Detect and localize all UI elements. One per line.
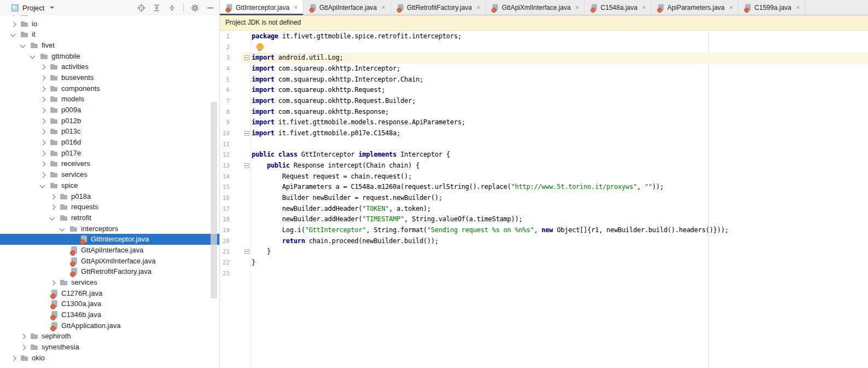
tab-GttInterceptor.java[interactable]: GttInterceptor.java× bbox=[220, 0, 304, 15]
locate-file-button[interactable] bbox=[137, 4, 145, 12]
chevron-right-icon[interactable] bbox=[37, 159, 50, 168]
tree-item-GttApplication.java[interactable]: GttApplication.java bbox=[0, 320, 219, 331]
tree-item-okio[interactable]: okio bbox=[0, 353, 219, 364]
code-line[interactable]: 5import com.squareup.okhttp.Interceptor.… bbox=[220, 74, 868, 85]
code-line[interactable]: 13 public Response intercept(Chain chain… bbox=[220, 160, 868, 171]
chevron-right-icon[interactable] bbox=[46, 278, 60, 287]
settings-gear-button[interactable] bbox=[191, 4, 199, 12]
tab-GttApiXmlInterface.java[interactable]: GttApiXmlInterface.java× bbox=[486, 0, 585, 15]
tree-item-services[interactable]: services bbox=[0, 277, 219, 288]
code-line[interactable]: 17 newBuilder.addHeader("TOKEN", a.token… bbox=[220, 204, 868, 215]
chevron-down-icon[interactable] bbox=[17, 41, 30, 50]
close-icon[interactable]: × bbox=[575, 4, 579, 11]
hide-panel-button[interactable] bbox=[206, 4, 214, 12]
tree-item-p013c[interactable]: p013c bbox=[0, 127, 219, 137]
code-line[interactable]: 3import android.util.Log; bbox=[220, 53, 868, 64]
chevron-right-icon[interactable] bbox=[37, 149, 50, 158]
close-icon[interactable]: × bbox=[642, 4, 646, 11]
tree-item-gttmobile[interactable]: gttmobile bbox=[0, 51, 219, 62]
tree-item-GttInterceptor.java[interactable]: GttInterceptor.java bbox=[0, 234, 219, 245]
code-line[interactable]: 1package it.fivet.gttmobile.spice.retrof… bbox=[220, 31, 868, 42]
chevron-right-icon[interactable] bbox=[37, 127, 50, 136]
tree-item-activities[interactable]: activities bbox=[0, 61, 219, 72]
tree-item-models[interactable]: models bbox=[0, 94, 219, 105]
tab-GttRetrofitFactory.java[interactable]: GttRetrofitFactory.java× bbox=[391, 0, 486, 15]
code-line[interactable]: 11 bbox=[220, 139, 868, 150]
code-line[interactable]: 8import com.squareup.okhttp.Response; bbox=[220, 107, 868, 118]
chevron-right-icon[interactable] bbox=[37, 138, 50, 147]
fold-end-icon[interactable] bbox=[244, 249, 249, 254]
collapse-all-button[interactable] bbox=[168, 4, 176, 12]
tab-C1548a.java[interactable]: C1548a.java× bbox=[585, 0, 651, 15]
chevron-right-icon[interactable] bbox=[17, 343, 30, 352]
chevron-right-icon[interactable] bbox=[46, 203, 60, 211]
tree-item-C1300a.java[interactable]: C1300a.java bbox=[0, 299, 219, 310]
code-editor[interactable]: 1package it.fivet.gttmobile.spice.retrof… bbox=[220, 31, 868, 368]
code-line[interactable]: 7import com.squareup.okhttp.Request.Buil… bbox=[220, 96, 868, 107]
code-line[interactable]: 16 Builder newBuilder = request.newBuild… bbox=[220, 193, 868, 204]
tree-item-spice[interactable]: spice bbox=[0, 180, 219, 191]
code-line[interactable]: 6import com.squareup.okhttp.Request; bbox=[220, 85, 868, 96]
tree-item-C1276R.java[interactable]: C1276R.java bbox=[0, 288, 219, 299]
close-icon[interactable]: × bbox=[476, 4, 481, 11]
tree-item-io[interactable]: io bbox=[0, 19, 219, 30]
code-line[interactable]: 15 ApiParameters a = C1548a.m1260a(reque… bbox=[220, 182, 868, 193]
chevron-down-icon[interactable] bbox=[37, 181, 50, 190]
tree-scrollbar[interactable] bbox=[211, 102, 217, 298]
tree-item-services[interactable]: services bbox=[0, 169, 219, 180]
tree-item-p017e[interactable]: p017e bbox=[0, 148, 219, 159]
tree-item-p018a[interactable]: p018a bbox=[0, 191, 219, 202]
chevron-down-icon[interactable] bbox=[46, 214, 60, 222]
tree-item-p009a[interactable]: p009a bbox=[0, 105, 219, 116]
project-selector[interactable]: Project bbox=[11, 4, 54, 12]
chevron-right-icon[interactable] bbox=[37, 62, 50, 71]
chevron-down-icon[interactable] bbox=[7, 30, 20, 39]
tree-item-requests[interactable]: requests bbox=[0, 202, 219, 212]
code-line[interactable]: 21 } bbox=[220, 246, 868, 257]
expand-all-button[interactable] bbox=[153, 4, 161, 12]
fold-end-icon[interactable] bbox=[244, 131, 249, 136]
tree-item-receivers[interactable]: receivers bbox=[0, 159, 219, 170]
tab-C1599a.java[interactable]: C1599a.java× bbox=[738, 0, 805, 15]
chevron-right-icon[interactable] bbox=[7, 354, 20, 363]
tree-item-C1346b.java[interactable]: C1346b.java bbox=[0, 309, 219, 320]
tree-item-retrofit[interactable]: retrofit bbox=[0, 212, 219, 223]
chevron-down-icon[interactable] bbox=[56, 225, 69, 233]
tree-item-p012b[interactable]: p012b bbox=[0, 116, 219, 127]
code-line[interactable]: 10import it.fivet.gttmobile.p017e.C1548a… bbox=[220, 128, 868, 139]
tree-item-GttApiInterface.java[interactable]: GttApiInterface.java bbox=[0, 245, 219, 256]
chevron-right-icon[interactable] bbox=[17, 332, 30, 341]
tree-item-p016d[interactable]: p016d bbox=[0, 137, 219, 148]
chevron-down-icon[interactable] bbox=[27, 52, 40, 61]
chevron-right-icon[interactable] bbox=[46, 192, 60, 201]
tree-item-it[interactable]: it bbox=[0, 29, 219, 40]
chevron-right-icon[interactable] bbox=[37, 73, 50, 82]
chevron-right-icon[interactable] bbox=[37, 84, 50, 93]
code-line[interactable]: 20 return chain.proceed(newBuilder.build… bbox=[220, 236, 868, 247]
tree-item-components[interactable]: components bbox=[0, 83, 219, 94]
chevron-right-icon[interactable] bbox=[37, 95, 50, 104]
code-line[interactable]: 2 bbox=[220, 42, 868, 53]
code-line[interactable]: 4import com.squareup.okhttp.Interceptor; bbox=[220, 64, 868, 74]
intention-bulb-icon[interactable] bbox=[257, 43, 263, 51]
chevron-right-icon[interactable] bbox=[37, 117, 50, 125]
close-icon[interactable]: × bbox=[381, 4, 386, 11]
tree-item-GttApiXmlInterface.java[interactable]: GttApiXmlInterface.java bbox=[0, 256, 219, 267]
code-line[interactable]: 18 newBuilder.addHeader("TIMESTAMP", Str… bbox=[220, 214, 868, 225]
code-line[interactable]: 12public class GttInterceptor implements… bbox=[220, 150, 868, 160]
code-line[interactable]: 9import it.fivet.gttmobile.models.respon… bbox=[220, 117, 868, 128]
code-line[interactable]: 14 Request request = chain.request(); bbox=[220, 171, 868, 182]
tree-item-busevents[interactable]: busevents bbox=[0, 72, 219, 83]
code-line[interactable]: 22} bbox=[220, 257, 868, 268]
chevron-right-icon[interactable] bbox=[7, 20, 20, 28]
tree-item-interceptors[interactable]: interceptors bbox=[0, 223, 219, 234]
close-icon[interactable]: × bbox=[796, 4, 800, 11]
code-line[interactable]: 23 bbox=[220, 268, 868, 279]
close-icon[interactable]: × bbox=[294, 4, 298, 11]
tree-item-fivet[interactable]: fivet bbox=[0, 40, 219, 51]
close-icon[interactable]: × bbox=[729, 4, 733, 11]
chevron-right-icon[interactable] bbox=[37, 170, 50, 179]
tree-item-sephiroth[interactable]: sephiroth bbox=[0, 331, 219, 342]
code-line[interactable]: 19 Log.i("GttInterceptor", String.format… bbox=[220, 225, 868, 236]
fold-collapse-icon[interactable] bbox=[244, 55, 249, 60]
